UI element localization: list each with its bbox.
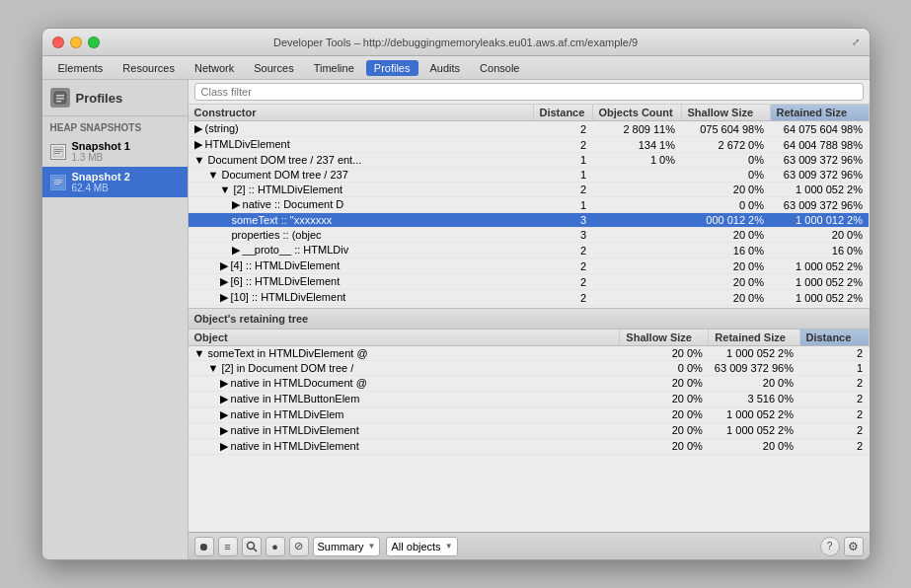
top-table-container: Constructor Distance Objects Count Shall…: [189, 105, 870, 308]
menu-elements[interactable]: Elements: [50, 60, 112, 76]
col-objects-count: Objects Count: [592, 105, 681, 121]
search-button[interactable]: [242, 537, 262, 556]
top-table-scroll[interactable]: Constructor Distance Objects Count Shall…: [189, 105, 870, 308]
retaining-tree-header: Object's retaining tree: [189, 308, 870, 330]
bottom-table-container: Object Shallow Size Retained Size Distan…: [189, 330, 870, 533]
table-row[interactable]: ▶ [10] :: HTMLDivElement 2 20 0% 1 000 0…: [189, 290, 870, 306]
cell-shallow: 20 0%: [681, 183, 770, 197]
profiles-icon: [50, 88, 70, 108]
table-row[interactable]: ▶ native in HTMLDivElem 20 0% 1 000 052 …: [189, 406, 870, 422]
titlebar: Developer Tools – http://debuggingmemory…: [42, 29, 870, 56]
table-row[interactable]: ▼ Document DOM tree / 237 1 0% 63 009 37…: [189, 168, 870, 183]
summary-dropdown[interactable]: Summary ▼: [313, 537, 381, 556]
cell-retained: 1 000 052 2%: [770, 183, 869, 197]
cell-constructor: ▶ (string): [189, 121, 534, 137]
menu-audits[interactable]: Audits: [422, 60, 469, 76]
table-row[interactable]: someText :: "xxxxxxx 3 000 012 2% 1 000 …: [189, 213, 870, 228]
menu-network[interactable]: Network: [187, 60, 242, 76]
settings-button[interactable]: ⚙: [844, 537, 864, 556]
table-row[interactable]: ▶ native in HTMLDivElement 20 0% 20 0% 2: [189, 438, 870, 454]
col-constructor: Constructor: [189, 105, 534, 121]
cell-constructor: ▼ Document DOM tree / 237: [189, 168, 534, 183]
cell-retained: 64 075 604 98%: [770, 121, 869, 137]
all-objects-dropdown[interactable]: All objects ▼: [386, 537, 457, 556]
snapshot2-size: 62.4 MB: [72, 183, 130, 193]
bottom-toolbar: ⏺ ≡ ● ⊘ Summary ▼ All objects ▼ ? ⚙: [189, 532, 870, 559]
table-row[interactable]: ▶ native in HTMLButtonElem 20 0% 3 516 0…: [189, 391, 870, 406]
cell-obj-count: 2 809 11%: [592, 121, 681, 137]
cell-obj-count: [592, 168, 681, 183]
cell-constructor: ▶ [10] :: HTMLDivElement: [189, 290, 534, 306]
cell-constructor: properties :: (objec: [189, 228, 534, 243]
class-filter-bar: [189, 80, 870, 105]
table-row[interactable]: ▼ Document DOM tree / 237 ent... 1 1 0% …: [189, 153, 870, 168]
table-row[interactable]: ▼ [2] in Document DOM tree / 0 0% 63 009…: [189, 360, 870, 375]
snapshot2-text: Snapshot 2 62.4 MB: [72, 171, 130, 193]
cell-object: ▼ [2] in Document DOM tree /: [189, 360, 620, 375]
block-button[interactable]: ⊘: [289, 537, 309, 556]
cell-constructor: ▶ [6] :: HTMLDivElement: [189, 274, 534, 290]
cell-distance: 2: [533, 258, 592, 274]
cell-obj-count: [592, 274, 681, 290]
col-rt-retained: Retained Size: [709, 330, 799, 346]
cell-object: ▶ native in HTMLDocument @: [189, 375, 620, 391]
minimize-button[interactable]: [70, 37, 82, 48]
table-row[interactable]: ▶ [6] :: HTMLDivElement 2 20 0% 1 000 05…: [189, 274, 870, 290]
cell-shallow: 20 0%: [620, 345, 709, 360]
expand-icon[interactable]: ⤢: [852, 37, 860, 47]
table-row[interactable]: properties :: (objec 3 20 0% 20 0%: [189, 228, 870, 243]
cell-retained: 63 009 372 96%: [770, 153, 869, 168]
menu-timeline[interactable]: Timeline: [306, 60, 362, 76]
menu-sources[interactable]: Sources: [246, 60, 301, 76]
heap-snapshots-label: HEAP SNAPSHOTS: [42, 116, 188, 136]
window-title: Developer Tools – http://debuggingmemory…: [273, 37, 638, 48]
table-row[interactable]: ▶ [4] :: HTMLDivElement 2 20 0% 1 000 05…: [189, 258, 870, 274]
all-objects-dropdown-arrow: ▼: [445, 542, 453, 551]
table-row[interactable]: ▼ [2] :: HTMLDivElement 2 20 0% 1 000 05…: [189, 183, 870, 197]
close-button[interactable]: [52, 37, 64, 48]
cell-object: ▶ native in HTMLDivElement: [189, 438, 620, 454]
tree-button[interactable]: ≡: [218, 537, 238, 556]
cell-distance: 2: [533, 274, 592, 290]
svg-rect-2: [56, 98, 64, 100]
cell-distance: 2: [533, 121, 592, 137]
table-row[interactable]: ▶ HTMLDivElement 2 134 1% 2 672 0% 64 00…: [189, 137, 870, 153]
snapshot1-name: Snapshot 1: [72, 140, 130, 152]
cell-constructor: someText :: "xxxxxxx: [189, 213, 534, 228]
cell-retained: 63 009 372 96%: [770, 197, 869, 213]
sidebar-item-snapshot1[interactable]: Snapshot 1 1.3 MB: [42, 136, 188, 167]
table-row[interactable]: ▶ native in HTMLDivElement 20 0% 1 000 0…: [189, 422, 870, 438]
maximize-button[interactable]: [88, 37, 100, 48]
cell-obj-count: [592, 258, 681, 274]
cell-shallow: 0%: [681, 168, 770, 183]
cell-retained: 1 000 052 2%: [770, 274, 869, 290]
record-button[interactable]: ●: [266, 537, 285, 556]
table-row[interactable]: ▶ native in HTMLDocument @ 20 0% 20 0% 2: [189, 375, 870, 391]
table-row[interactable]: ▶ native :: Document D 1 0 0% 63 009 372…: [189, 197, 870, 213]
cell-distance: 2: [533, 243, 592, 258]
summary-label: Summary: [318, 541, 364, 552]
menu-resources[interactable]: Resources: [114, 60, 183, 76]
snapshot1-size: 1.3 MB: [72, 152, 130, 163]
sidebar: Profiles HEAP SNAPSHOTS Snapshot 1 1.3 M…: [42, 80, 189, 559]
cell-distance: 2: [799, 406, 869, 422]
cell-retained: 20 0%: [770, 228, 869, 243]
capture-button[interactable]: ⏺: [194, 537, 214, 556]
cell-shallow: 0 0%: [620, 360, 709, 375]
menu-profiles[interactable]: Profiles: [366, 60, 418, 76]
cell-obj-count: [592, 183, 681, 197]
table-row[interactable]: ▶ __proto__ :: HTMLDiv 2 16 0% 16 0%: [189, 243, 870, 258]
help-button[interactable]: ?: [820, 537, 840, 556]
cell-obj-count: 134 1%: [592, 137, 681, 153]
col-rt-shallow: Shallow Size: [620, 330, 709, 346]
class-filter-input[interactable]: [194, 83, 864, 101]
menubar: Elements Resources Network Sources Timel…: [42, 56, 870, 80]
menu-console[interactable]: Console: [472, 60, 527, 76]
bottom-table-scroll[interactable]: Object Shallow Size Retained Size Distan…: [189, 330, 870, 533]
cell-shallow: 20 0%: [620, 375, 709, 391]
table-row[interactable]: ▶ (string) 2 2 809 11% 075 604 98% 64 07…: [189, 121, 870, 137]
table-row[interactable]: ▼ someText in HTMLDivElement @ 20 0% 1 0…: [189, 345, 870, 360]
all-objects-label: All objects: [391, 541, 440, 552]
cell-object: ▶ native in HTMLDivElem: [189, 406, 620, 422]
sidebar-item-snapshot2[interactable]: Snapshot 2 62.4 MB: [42, 167, 188, 197]
